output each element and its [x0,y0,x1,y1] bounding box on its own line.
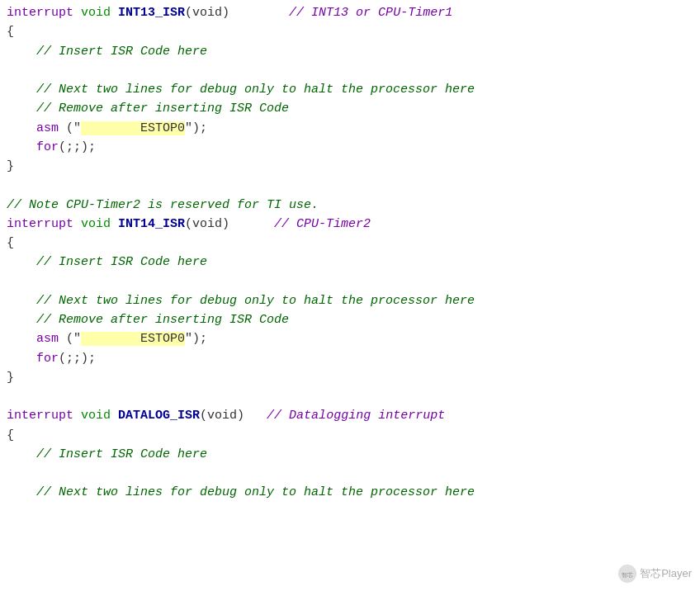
code-line: // Insert ISR Code here [0,445,700,464]
code-line: asm (" ESTOP0"); [0,119,700,138]
code-line: } [0,157,700,176]
code-line: interrupt void INT13_ISR(void) // INT13 … [0,3,700,22]
code-line: for(;;); [0,349,700,368]
code-line: interrupt void DATALOG_ISR(void) // Data… [0,406,700,425]
svg-text:智芯: 智芯 [622,572,633,578]
code-line: // Note CPU-Timer2 is reserved for TI us… [0,196,700,215]
code-block: interrupt void INT13_ISR(void) // INT13 … [0,3,700,503]
code-line: // Next two lines for debug only to halt… [0,80,700,99]
code-line: interrupt void INT14_ISR(void) // CPU-Ti… [0,215,700,234]
code-line: asm (" ESTOP0"); [0,329,700,348]
code-line: // Next two lines for debug only to halt… [0,483,700,502]
code-line: // Remove after inserting ISR Code [0,310,700,329]
code-line: // Insert ISR Code here [0,42,700,61]
watermark: 智芯 智芯Player [618,565,692,583]
code-line: { [0,426,700,445]
code-line [0,176,700,195]
code-line [0,464,700,483]
code-line: for(;;); [0,138,700,157]
code-line: // Insert ISR Code here [0,253,700,272]
code-container: interrupt void INT13_ISR(void) // INT13 … [0,0,700,591]
code-line: // Remove after inserting ISR Code [0,99,700,118]
watermark-text: 智芯Player [640,565,692,582]
code-line [0,387,700,406]
code-line: // Next two lines for debug only to halt… [0,291,700,310]
code-line: } [0,368,700,387]
code-line: { [0,22,700,41]
code-line: { [0,234,700,253]
watermark-logo: 智芯 [618,565,636,583]
code-line [0,61,700,80]
code-line [0,272,700,291]
